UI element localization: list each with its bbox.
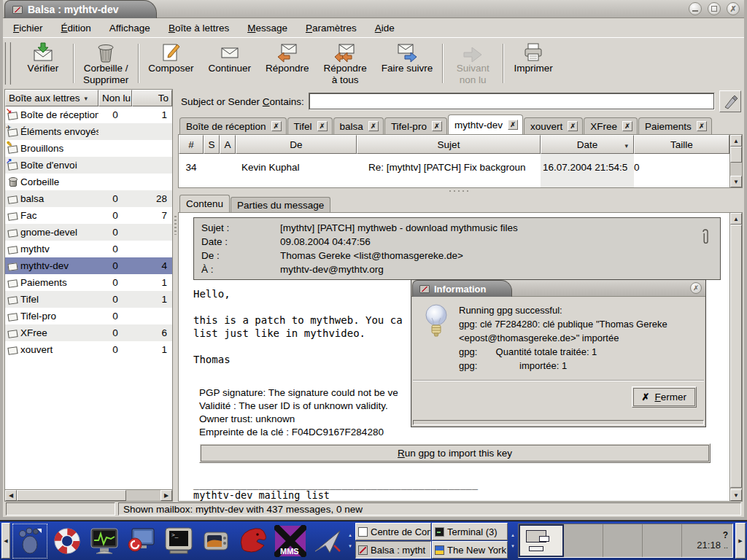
- attachment-paperclip-icon[interactable]: [700, 228, 710, 251]
- menu-fichier[interactable]: Fichier: [13, 23, 43, 34]
- close-tab-icon[interactable]: [432, 121, 442, 131]
- xmms-icon[interactable]: MMS: [273, 524, 308, 559]
- column-header-mailboxes[interactable]: Boîte aux lettres▾: [5, 90, 98, 106]
- title-tab[interactable]: Balsa : mythtv-dev: [4, 0, 157, 18]
- panel-hide-left-button[interactable]: ◀: [1, 523, 10, 559]
- task-the-new-york[interactable]: The New York: [432, 541, 508, 559]
- message-list-scrollbar[interactable]: ▲ ▼: [729, 135, 742, 187]
- clock-applet[interactable]: ? 21:18..: [682, 524, 732, 557]
- mailbox-row-drafts[interactable]: Brouillons: [5, 140, 172, 157]
- scrollbar-thumb[interactable]: [730, 225, 742, 488]
- mailbox-row-tifel[interactable]: Tifel01: [5, 291, 172, 308]
- mailbox-row-outbox[interactable]: Boîte d'envoi: [5, 157, 172, 174]
- applet-handle[interactable]: ▲▼: [347, 524, 353, 558]
- scroll-right-icon[interactable]: ▶: [160, 490, 172, 501]
- mailbox-row-balsa[interactable]: balsa028: [5, 190, 172, 207]
- mailbox-tab-paiements[interactable]: Paiements: [638, 117, 712, 134]
- column-header-attachment[interactable]: A: [220, 135, 236, 154]
- tab-parties-du-message[interactable]: Parties du message: [231, 197, 330, 212]
- toolbar-next-unread-button[interactable]: Suivantnon lu: [445, 40, 500, 86]
- applet-handle[interactable]: ▲▼: [510, 524, 516, 558]
- menu-boite-a-lettres[interactable]: Boîte à lettres: [169, 23, 229, 34]
- column-header-number[interactable]: #: [179, 135, 204, 154]
- close-tab-icon[interactable]: [317, 121, 328, 131]
- close-tab-icon[interactable]: [697, 121, 707, 131]
- mailbox-row-sent[interactable]: Éléments envoyés: [5, 123, 172, 140]
- mailbox-tab-xouvert[interactable]: xouvert: [524, 117, 583, 134]
- column-header-total[interactable]: To: [132, 90, 172, 106]
- toolbar-forward-button[interactable]: Faire suivre: [374, 40, 441, 74]
- task-centre-de-controle[interactable]: Centre de Con: [355, 523, 431, 540]
- toolbar-handle[interactable]: [4, 42, 11, 85]
- column-header-unread[interactable]: Non lu: [98, 90, 132, 106]
- workspace-1[interactable]: [519, 524, 564, 557]
- mailbox-tab-xfree[interactable]: XFree: [584, 117, 638, 134]
- toolbar-reply-all-button[interactable]: Répondreà tous: [316, 40, 374, 86]
- mailbox-tab-inbox[interactable]: Boîte de réception: [179, 117, 287, 134]
- mailbox-row-paiements[interactable]: Paiements01: [5, 274, 172, 291]
- mailbox-row-mythtv[interactable]: mythtv0: [5, 241, 172, 257]
- menu-aide[interactable]: Aide: [375, 23, 395, 34]
- mailbox-row-mythtv-dev[interactable]: mythtv-dev04: [5, 257, 172, 274]
- toolbar-reply-button[interactable]: Répondre: [258, 40, 316, 74]
- mailbox-tab-tifel-pro[interactable]: Tifel-pro: [384, 117, 447, 134]
- apply-filter-button[interactable]: [719, 90, 741, 112]
- menu-affichage[interactable]: Affichage: [109, 23, 150, 34]
- column-header-date[interactable]: Date▾: [541, 135, 634, 154]
- dialog-close-button[interactable]: [690, 282, 702, 294]
- toolbar-trash-button[interactable]: Corbeille /Supprimer: [76, 40, 136, 86]
- dialog-titlebar[interactable]: Information: [411, 280, 705, 297]
- menu-edition[interactable]: Édition: [61, 23, 91, 34]
- close-tab-icon[interactable]: [271, 121, 282, 131]
- message-row-34[interactable]: 34 Kevin Kuphal Re: [mythtv] [PATCH] Fix…: [179, 158, 729, 176]
- scroll-left-icon[interactable]: ◀: [5, 490, 17, 501]
- close-tab-icon[interactable]: [568, 121, 578, 131]
- mailbox-tab-balsa[interactable]: balsa: [333, 117, 384, 134]
- mailbox-row-inbox[interactable]: Boîte de réception01: [5, 106, 172, 123]
- toolbar-compose-button[interactable]: Composer: [141, 40, 201, 74]
- mail-send-icon[interactable]: [310, 524, 345, 559]
- mailbox-tab-tifel[interactable]: Tifel: [287, 117, 333, 134]
- column-header-subject[interactable]: Sujet: [357, 135, 541, 154]
- workspace-4[interactable]: [643, 524, 682, 557]
- scroll-up-icon[interactable]: ▲: [730, 135, 742, 147]
- mozilla-icon[interactable]: [236, 524, 271, 559]
- mailbox-row-trash[interactable]: Corbeille: [5, 174, 172, 190]
- search-input[interactable]: [309, 93, 715, 110]
- workspace-2[interactable]: [564, 524, 603, 557]
- maximize-button[interactable]: [708, 2, 721, 15]
- system-monitor-icon[interactable]: [87, 524, 122, 559]
- mailbox-row-tifel-pro[interactable]: Tifel-pro0: [5, 308, 172, 324]
- toolbar-continue-button[interactable]: Continuer: [201, 40, 259, 74]
- scrollbar-thumb[interactable]: [730, 147, 742, 163]
- run-gpg-import-button[interactable]: Run gpg to import this key: [199, 443, 711, 463]
- menu-parametres[interactable]: Paramètres: [306, 23, 357, 34]
- mailbox-row-fac[interactable]: Fac07: [5, 207, 172, 224]
- toolbar-check-mail-button[interactable]: Vérifier: [15, 40, 71, 74]
- sidebar-horizontal-scrollbar[interactable]: ◀ ▶: [5, 489, 172, 501]
- close-tab-icon[interactable]: [368, 121, 379, 131]
- close-tab-icon[interactable]: [622, 121, 632, 131]
- scroll-up-icon[interactable]: ▲: [730, 213, 742, 225]
- help-lifesaver-icon[interactable]: [50, 524, 85, 559]
- message-row-partial[interactable]: [179, 176, 729, 187]
- task-balsa[interactable]: Balsa : mytht: [355, 541, 431, 559]
- screenshot-tool-icon[interactable]: [124, 524, 159, 559]
- titlebar[interactable]: Balsa : mythtv-dev: [3, 0, 744, 18]
- workspace-3[interactable]: [603, 524, 643, 557]
- terminal-icon[interactable]: >_: [161, 524, 196, 559]
- scroll-down-icon[interactable]: ▼: [730, 176, 742, 187]
- sidebar-splitter[interactable]: [173, 89, 178, 502]
- column-header-status[interactable]: S: [204, 135, 220, 154]
- task-terminal[interactable]: Terminal (3): [432, 523, 508, 540]
- scroll-down-icon[interactable]: ▼: [730, 489, 742, 501]
- minimize-button[interactable]: [689, 2, 702, 15]
- pane-splitter[interactable]: [178, 188, 743, 194]
- mailbox-row-xfree[interactable]: XFree06: [5, 324, 172, 341]
- close-tab-icon[interactable]: [508, 120, 518, 130]
- message-view-scrollbar[interactable]: ▲ ▼: [729, 213, 742, 501]
- dialog-resize-grip[interactable]: [413, 420, 704, 425]
- menu-message[interactable]: Message: [247, 23, 287, 34]
- column-header-from[interactable]: De: [236, 135, 357, 154]
- toolbar-print-button[interactable]: Imprimer: [506, 40, 561, 74]
